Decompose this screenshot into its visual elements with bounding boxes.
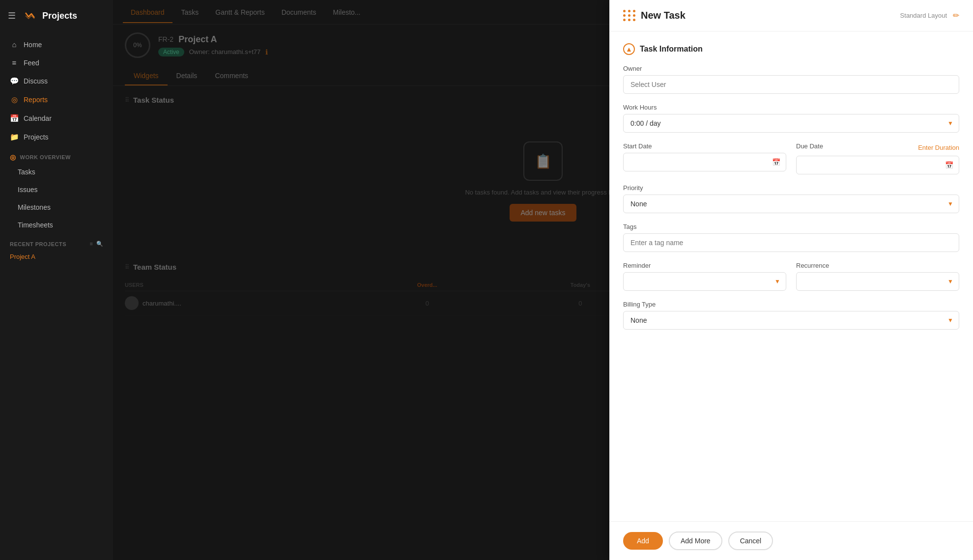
owner-field-group: Owner	[623, 65, 959, 94]
billing-type-select[interactable]: None	[623, 311, 959, 330]
enter-duration-link[interactable]: Enter Duration	[918, 144, 959, 151]
main-area: Dashboard Tasks Gantt & Reports Document…	[113, 0, 973, 560]
cancel-button[interactable]: Cancel	[728, 532, 773, 550]
sidebar-header: ☰ Projects	[0, 0, 113, 31]
section-title: Task Information	[640, 45, 703, 54]
sidebar-logo	[24, 9, 37, 23]
date-row: Start Date 📅 Due Date Enter Duration 📅	[623, 142, 959, 184]
due-date-wrapper: 📅	[796, 156, 959, 174]
new-task-panel: New Task Standard Layout ✏ ▲ Task Inform…	[609, 0, 973, 560]
priority-label: Priority	[623, 184, 959, 192]
sidebar-item-label: Home	[24, 41, 42, 49]
sidebar-item-label: Feed	[24, 59, 39, 67]
projects-icon: 📁	[10, 133, 19, 141]
sidebar-item-home[interactable]: ⌂ Home	[0, 35, 113, 54]
section-header: ▲ Task Information	[623, 43, 959, 55]
layout-label: Standard Layout	[900, 12, 947, 19]
panel-title: New Task	[641, 10, 686, 21]
reminder-select-wrapper: ▼	[623, 272, 786, 291]
add-button[interactable]: Add	[623, 532, 663, 550]
sidebar-item-calendar[interactable]: 📅 Calendar	[0, 109, 113, 128]
priority-select[interactable]: None	[623, 195, 959, 213]
sidebar-item-projects[interactable]: 📁 Projects	[0, 128, 113, 146]
list-view-icon[interactable]: ≡	[90, 241, 93, 247]
sidebar-title: Projects	[42, 11, 77, 21]
due-date-field-group: Due Date Enter Duration 📅	[796, 142, 959, 174]
grid-dots-icon	[623, 10, 636, 21]
search-icon[interactable]: 🔍	[96, 241, 104, 247]
panel-title-row: New Task	[623, 10, 686, 21]
due-date-calendar-icon[interactable]: 📅	[945, 161, 953, 169]
priority-select-wrapper: None ▼	[623, 195, 959, 213]
recurrence-label: Recurrence	[796, 262, 959, 269]
tags-label: Tags	[623, 223, 959, 230]
sidebar-item-reports[interactable]: ◎ Reports	[0, 90, 113, 109]
sidebar-item-timesheets[interactable]: Timesheets	[0, 216, 113, 234]
panel-header: New Task Standard Layout ✏	[609, 0, 973, 31]
work-hours-select-wrapper: 0:00 / day ▼	[623, 114, 959, 133]
tags-input[interactable]	[623, 233, 959, 252]
sidebar: ☰ Projects ⌂ Home ≡ Feed 💬 Discuss ◎ Rep…	[0, 0, 113, 560]
recurrence-field-group: Recurrence ▼	[796, 262, 959, 291]
billing-type-select-wrapper: None ▼	[623, 311, 959, 330]
sidebar-item-issues[interactable]: Issues	[0, 181, 113, 198]
sidebar-item-label: Calendar	[24, 114, 52, 122]
home-icon: ⌂	[10, 40, 19, 49]
tags-field-group: Tags	[623, 223, 959, 252]
sidebar-item-label: Discuss	[24, 77, 48, 85]
owner-input[interactable]	[623, 75, 959, 94]
recent-project-a[interactable]: Project A	[0, 249, 113, 264]
work-overview-label: ◎ WORK OVERVIEW	[0, 146, 113, 163]
work-hours-label: Work Hours	[623, 104, 959, 111]
hamburger-icon[interactable]: ☰	[8, 10, 16, 21]
reminder-field-group: Reminder ▼	[623, 262, 786, 291]
due-date-label: Due Date	[796, 142, 823, 150]
discuss-icon: 💬	[10, 77, 19, 85]
billing-type-label: Billing Type	[623, 301, 959, 308]
feed-icon: ≡	[10, 58, 19, 67]
panel-header-right: Standard Layout ✏	[900, 11, 959, 20]
start-date-field-group: Start Date 📅	[623, 142, 786, 174]
work-hours-field-group: Work Hours 0:00 / day ▼	[623, 104, 959, 133]
start-date-label: Start Date	[623, 142, 786, 150]
recent-projects-actions: ≡ 🔍	[90, 241, 103, 247]
reminder-label: Reminder	[623, 262, 786, 269]
calendar-icon: 📅	[10, 114, 19, 123]
start-date-input[interactable]	[623, 153, 786, 171]
recurrence-select[interactable]	[796, 272, 959, 291]
sidebar-item-milestones[interactable]: Milestones	[0, 198, 113, 216]
reminder-select[interactable]	[623, 272, 786, 291]
sidebar-nav: ⌂ Home ≡ Feed 💬 Discuss ◎ Reports 📅 Cale…	[0, 31, 113, 560]
recurrence-select-wrapper: ▼	[796, 272, 959, 291]
panel-body: ▲ Task Information Owner Work Hours 0:00…	[609, 31, 973, 521]
owner-label: Owner	[623, 65, 959, 72]
start-date-calendar-icon[interactable]: 📅	[772, 158, 780, 166]
due-date-input[interactable]	[796, 156, 959, 174]
edit-icon[interactable]: ✏	[953, 11, 959, 20]
collapse-button[interactable]: ▲	[623, 43, 635, 55]
reminder-recurrence-row: Reminder ▼ Recurrence ▼	[623, 262, 959, 301]
add-more-button[interactable]: Add More	[669, 532, 722, 550]
sidebar-item-label: Reports	[24, 96, 48, 104]
sidebar-item-feed[interactable]: ≡ Feed	[0, 54, 113, 72]
recent-projects-label: RECENT PROJECTS ≡ 🔍	[0, 234, 113, 249]
priority-field-group: Priority None ▼	[623, 184, 959, 213]
billing-type-field-group: Billing Type None ▼	[623, 301, 959, 330]
sidebar-item-tasks[interactable]: Tasks	[0, 163, 113, 181]
sidebar-item-label: Projects	[24, 133, 49, 141]
reports-icon: ◎	[10, 95, 19, 104]
start-date-wrapper: 📅	[623, 153, 786, 171]
work-hours-select[interactable]: 0:00 / day	[623, 114, 959, 133]
panel-footer: Add Add More Cancel	[609, 521, 973, 560]
sidebar-item-discuss[interactable]: 💬 Discuss	[0, 72, 113, 90]
